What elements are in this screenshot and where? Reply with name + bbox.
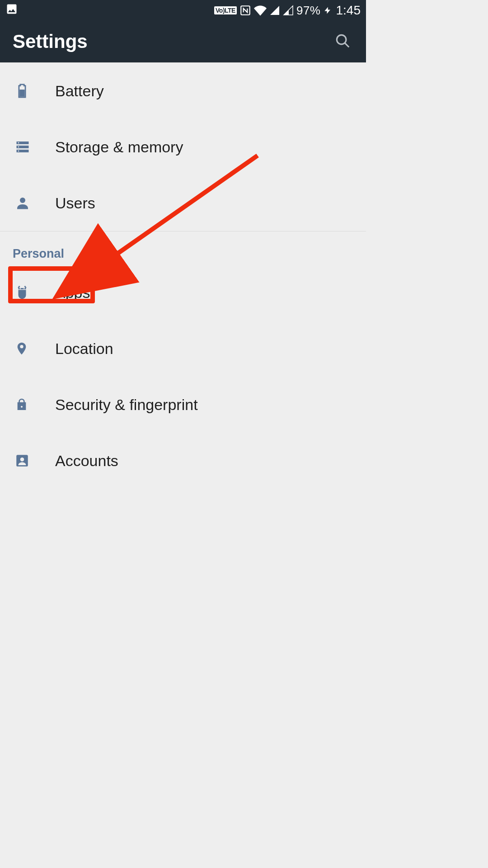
settings-list: Battery Storage & memory Users Personal … xyxy=(0,63,366,489)
picture-icon xyxy=(5,3,18,19)
app-bar: Settings xyxy=(0,21,366,62)
battery-percent: 97% xyxy=(296,4,321,18)
row-label: Location xyxy=(55,340,113,358)
battery-icon xyxy=(14,81,55,100)
page-title: Settings xyxy=(13,31,88,52)
volte-icon: Vo)LTE xyxy=(214,6,237,14)
signal-icon xyxy=(269,5,280,16)
svg-point-8 xyxy=(18,146,19,148)
storage-icon xyxy=(14,139,55,155)
svg-line-2 xyxy=(345,43,349,47)
row-accounts[interactable]: Accounts xyxy=(0,433,366,489)
accounts-icon xyxy=(14,453,55,468)
row-apps[interactable]: Apps xyxy=(0,264,366,321)
row-location[interactable]: Location xyxy=(0,321,366,377)
status-bar: Vo)LTE 97% 1:45 xyxy=(0,0,366,21)
row-security[interactable]: Security & fingerprint xyxy=(0,377,366,433)
search-button[interactable] xyxy=(332,31,353,52)
row-label: Battery xyxy=(55,82,104,100)
row-users[interactable]: Users xyxy=(0,175,366,231)
clock: 1:45 xyxy=(336,3,361,18)
section-header-personal: Personal xyxy=(0,231,366,264)
row-label: Apps xyxy=(55,284,90,302)
svg-point-16 xyxy=(20,458,24,462)
search-icon xyxy=(334,32,351,51)
svg-point-1 xyxy=(337,35,346,44)
row-label: Accounts xyxy=(55,452,118,470)
svg-rect-3 xyxy=(19,90,24,97)
svg-point-13 xyxy=(20,288,21,289)
svg-point-10 xyxy=(20,198,25,203)
svg-line-11 xyxy=(19,286,20,288)
svg-point-14 xyxy=(23,288,24,289)
charging-icon xyxy=(324,4,332,17)
wifi-icon xyxy=(254,4,267,17)
lock-icon xyxy=(14,396,55,413)
row-battery[interactable]: Battery xyxy=(0,63,366,119)
svg-point-7 xyxy=(18,142,19,144)
apps-icon xyxy=(14,284,55,301)
row-label: Users xyxy=(55,194,95,212)
row-label: Security & fingerprint xyxy=(55,396,198,414)
user-icon xyxy=(14,195,55,211)
svg-point-9 xyxy=(18,151,19,152)
location-icon xyxy=(14,340,55,358)
nfc-icon xyxy=(239,5,251,16)
signal-icon-2 xyxy=(283,5,294,16)
row-storage[interactable]: Storage & memory xyxy=(0,119,366,175)
row-label: Storage & memory xyxy=(55,138,183,156)
svg-line-12 xyxy=(25,286,26,288)
